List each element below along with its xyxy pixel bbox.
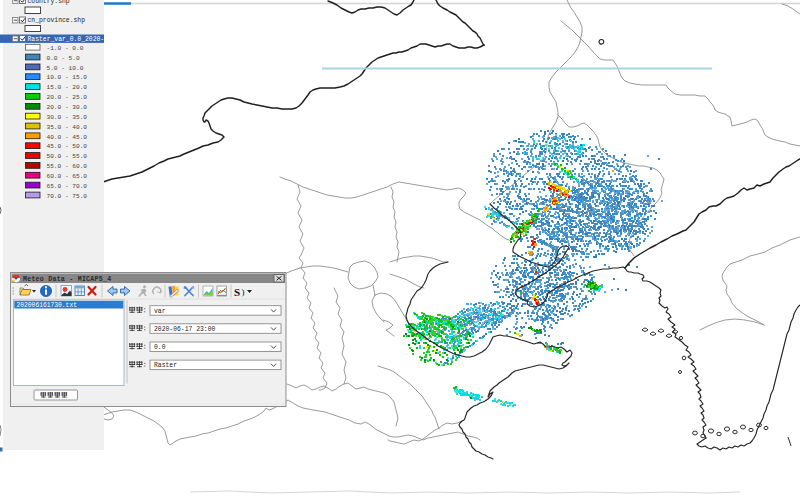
svg-text:15.0 - 20.0: 15.0 - 20.0 bbox=[47, 84, 88, 91]
svg-text:55.0 - 60.0: 55.0 - 60.0 bbox=[47, 163, 88, 170]
svg-text:var: var bbox=[154, 307, 166, 314]
svg-text:20.0 - 30.0: 20.0 - 30.0 bbox=[47, 104, 88, 111]
svg-text:2020-06-17 23:00: 2020-06-17 23:00 bbox=[154, 325, 216, 332]
svg-text:): ) bbox=[241, 287, 244, 297]
svg-text:cn_province.shp: cn_province.shp bbox=[28, 17, 86, 24]
svg-text:50.0 - 55.0: 50.0 - 55.0 bbox=[47, 153, 88, 160]
svg-text:65.0 - 70.0: 65.0 - 70.0 bbox=[47, 183, 88, 190]
svg-text:0.0 - 5.0: 0.0 - 5.0 bbox=[47, 55, 80, 62]
svg-text:45.0 - 50.0: 45.0 - 50.0 bbox=[47, 143, 88, 150]
svg-text:Raster_var_0.0_2020-06: Raster_var_0.0_2020-06 bbox=[28, 36, 105, 43]
svg-text:35.0 - 40.0: 35.0 - 40.0 bbox=[47, 124, 88, 131]
svg-text:Raster: Raster bbox=[154, 362, 177, 369]
svg-text:30.0 - 35.0: 30.0 - 35.0 bbox=[47, 114, 88, 121]
svg-text:5.0 - 10.0: 5.0 - 10.0 bbox=[47, 65, 84, 72]
svg-text:60.0 - 65.0: 60.0 - 65.0 bbox=[47, 173, 88, 180]
svg-text:Meteo Data - MICAPS_4: Meteo Data - MICAPS_4 bbox=[23, 275, 111, 282]
svg-text:202006161730.txt: 202006161730.txt bbox=[16, 302, 77, 309]
svg-text:-1.0 - 0.0: -1.0 - 0.0 bbox=[47, 45, 84, 52]
svg-text:40.0 - 45.0: 40.0 - 45.0 bbox=[47, 134, 88, 141]
svg-text:country.shp: country.shp bbox=[28, 0, 70, 5]
svg-text:70.0 - 75.0: 70.0 - 75.0 bbox=[47, 193, 88, 200]
svg-text:10.0 - 15.0: 10.0 - 15.0 bbox=[47, 74, 88, 81]
svg-text:S: S bbox=[234, 285, 240, 297]
svg-text:20.0 - 25.0: 20.0 - 25.0 bbox=[47, 94, 88, 101]
svg-text:0.0: 0.0 bbox=[154, 343, 166, 350]
